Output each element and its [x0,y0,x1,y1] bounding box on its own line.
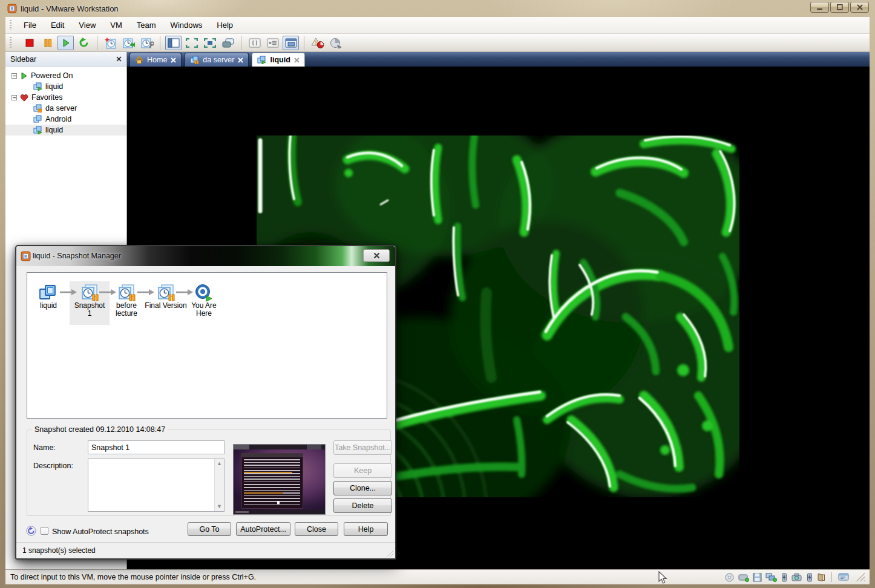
maximize-button[interactable] [830,2,849,13]
tab-close-icon[interactable] [294,57,300,63]
menu-help[interactable]: Help [209,17,240,34]
dialog-statusbar: 1 snapshot(s) selected [16,542,395,558]
clone-button[interactable]: Clone... [333,481,392,495]
misc-group [304,36,349,50]
tab-label: Home [147,56,167,64]
window-titlebar[interactable]: liquid - VMware Workstation [0,0,875,17]
dialog-close-button[interactable] [363,249,390,262]
revert-snapshot-icon [122,37,136,49]
dialog-titlebar[interactable]: liquid - Snapshot Manager [16,246,395,266]
summary-view-icon [267,38,279,48]
sidebar-toggle-button[interactable] [165,36,182,50]
tab-liquid[interactable]: liquid [252,53,304,67]
window-title: liquid - VMware Workstation [21,4,119,13]
snapshot-manager-button[interactable] [139,36,155,50]
button-label: AutoProtect... [240,525,286,534]
sidebar-item-da-server[interactable]: da server [5,103,126,114]
delete-button[interactable]: Delete [333,498,392,513]
autoprotect-button[interactable]: AutoProtect... [236,522,290,536]
stop-button[interactable] [21,36,38,50]
tab-close-icon[interactable] [238,57,243,63]
show-autoprotect-label: Show AutoProtect snapshots [52,528,149,536]
description-textarea[interactable] [88,459,214,511]
scroll-down-icon[interactable]: ▼ [216,503,223,510]
unity-button[interactable] [220,36,236,50]
console-view-icon [285,38,297,48]
play-icon [61,38,71,48]
play-button[interactable] [57,36,74,50]
console-tools-button[interactable] [246,36,263,50]
network-adapter-icon[interactable] [765,573,777,582]
summary-view-button[interactable] [264,36,281,50]
revert-snapshot-button[interactable] [120,36,137,50]
capture-movie-button[interactable] [327,36,344,50]
take-snapshot-button[interactable]: Take Snapshot... [333,440,392,455]
pause-button[interactable] [39,36,56,50]
vm-running-icon [33,82,42,91]
menu-bar: File Edit View VM Team Windows Help [5,17,870,34]
menu-edit[interactable]: Edit [44,17,71,34]
tab-label: da server [203,56,234,64]
tab-da-server[interactable]: da server [185,53,249,67]
sidebar-group-powered-on[interactable]: Powered On [5,70,126,81]
snapshot-description-field[interactable]: ▲ ▼ [88,459,224,512]
help-button[interactable]: Help [344,522,388,536]
cd-drive-icon[interactable] [724,573,735,582]
quick-switch-button[interactable] [183,36,200,50]
you-are-here-icon [194,284,214,302]
keep-button[interactable]: Keep [333,463,392,478]
menu-file[interactable]: File [16,17,44,34]
vmware-app-icon [7,4,17,13]
fullscreen-button[interactable] [202,36,218,50]
take-snapshot-button[interactable] [102,36,119,50]
usb-device-icon[interactable] [781,573,788,582]
menu-team[interactable]: Team [129,17,163,34]
collapse-icon[interactable] [11,73,17,79]
tab-home[interactable]: Home [129,53,182,67]
sidebar-item-liquid-favorite[interactable]: liquid [5,125,126,136]
button-label: Help [358,525,374,534]
message-log-icon[interactable] [838,573,849,581]
window-resize-grip[interactable] [856,573,865,581]
usb-device2-icon[interactable] [806,573,813,582]
close-icon [373,252,380,259]
menu-vm[interactable]: VM [103,17,129,34]
show-autoprotect-checkbox[interactable] [41,527,48,535]
menu-view[interactable]: View [71,17,103,34]
dialog-resize-grip[interactable] [386,549,393,557]
snapshot-name-input[interactable] [88,440,224,454]
close-dialog-button[interactable]: Close [295,522,338,536]
tab-label: liquid [270,56,290,64]
menu-windows[interactable]: Windows [163,17,210,34]
go-to-button[interactable]: Go To [188,522,231,536]
dialog-body: liquid Snapshot 1 [16,266,395,558]
sidebar-group-favorites[interactable]: Favorites [5,92,126,103]
reset-button[interactable] [76,36,92,50]
chain-item-you-are-here[interactable]: You Are Here [188,284,220,318]
snapshot-screenshot-thumbnail [233,444,326,515]
capture-movie-icon [329,38,342,48]
powered-on-icon [20,72,28,80]
chain-label: Final Version [143,302,189,310]
scroll-up-icon[interactable]: ▲ [216,460,223,467]
alerts-button[interactable] [309,36,326,50]
sidebar-close-button[interactable] [116,56,122,62]
dialog-title: liquid - Snapshot Manager [33,252,121,260]
collapse-icon[interactable] [11,95,17,100]
hard-disk-icon[interactable] [738,573,749,582]
camera-icon[interactable] [791,573,802,582]
snapshot-tree-panel[interactable]: liquid Snapshot 1 [27,272,387,419]
tab-close-icon[interactable] [171,57,176,63]
exit-icon[interactable] [817,573,825,582]
close-icon [857,4,863,10]
sidebar-item-liquid-running[interactable]: liquid [5,81,126,92]
chain-item-final-version[interactable]: Final Version [143,284,189,310]
close-button[interactable] [850,2,869,13]
vm-root-icon [39,284,58,302]
floppy-icon[interactable] [753,573,762,582]
console-view-button[interactable] [283,36,299,50]
minimize-button[interactable] [810,2,829,13]
description-scrollbar[interactable]: ▲ ▼ [214,459,224,511]
sidebar-item-android[interactable]: Android [5,114,126,125]
chain-item-vm-root[interactable]: liquid [33,284,64,310]
